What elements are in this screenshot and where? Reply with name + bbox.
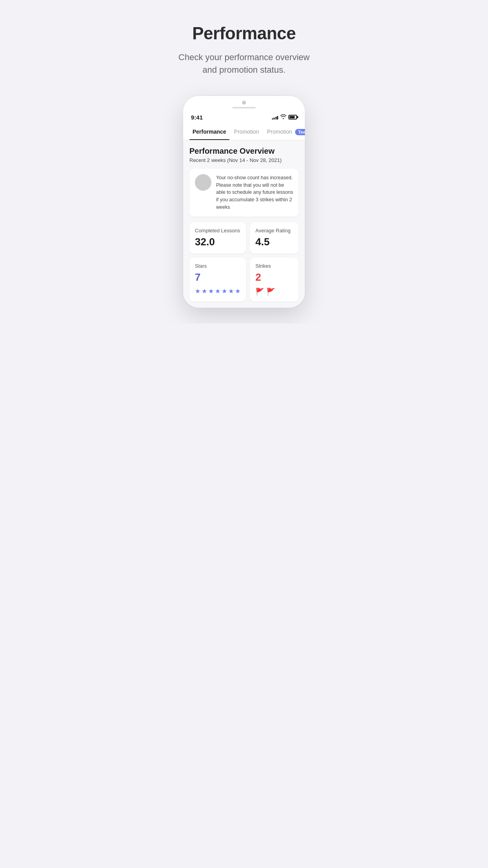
stars-card: Stars 7 ★ ★ ★ ★ ★ ★ ★	[189, 257, 246, 302]
signal-bar-3	[275, 117, 277, 120]
phone-mockup: 9:41	[183, 96, 305, 308]
flag-1: 🚩	[255, 287, 264, 296]
status-time: 9:41	[191, 114, 203, 121]
battery-icon	[288, 115, 297, 120]
status-bar: 9:41	[183, 112, 305, 124]
stats-grid: Completed Lessons 32.0 Average Rating 4.…	[189, 222, 299, 302]
page-title: Performance	[192, 24, 296, 43]
phone-top	[183, 96, 305, 112]
section-date: Recent 2 weeks (Nov 14 - Nov 28, 2021)	[189, 157, 299, 163]
phone-camera	[242, 101, 246, 105]
signal-bar-2	[273, 118, 275, 120]
flags-row: 🚩 🚩	[255, 287, 293, 296]
average-rating-label: Average Rating	[255, 228, 293, 234]
star-4: ★	[215, 287, 220, 295]
star-1: ★	[195, 287, 200, 295]
teens-badge: Teens	[295, 129, 305, 135]
notification-text: Your no-show count has increased. Please…	[216, 174, 293, 211]
stars-row: ★ ★ ★ ★ ★ ★ ★	[195, 287, 240, 295]
battery-fill	[290, 116, 295, 118]
stars-value: 7	[195, 271, 240, 283]
page-subtitle: Check your performance overviewand promo…	[178, 51, 310, 76]
completed-lessons-value: 32.0	[195, 236, 240, 248]
star-3: ★	[208, 287, 214, 295]
status-icons	[272, 114, 297, 120]
tabs-container: Performance Promotion Promotion Teens	[183, 124, 305, 140]
page-wrapper: Performance Check your performance overv…	[163, 0, 325, 324]
star-2: ★	[202, 287, 207, 295]
strikes-card: Strikes 2 🚩 🚩	[250, 257, 299, 302]
notification-avatar	[195, 174, 211, 191]
tab-promotion2[interactable]: Promotion Teens	[264, 124, 305, 140]
strikes-value: 2	[255, 271, 293, 283]
signal-bars-icon	[272, 115, 279, 120]
completed-lessons-label: Completed Lessons	[195, 228, 240, 234]
phone-content: Performance Overview Recent 2 weeks (Nov…	[183, 140, 305, 308]
average-rating-card: Average Rating 4.5	[250, 222, 299, 254]
wifi-icon	[280, 114, 286, 120]
average-rating-value: 4.5	[255, 236, 293, 248]
notification-banner: Your no-show count has increased. Please…	[189, 169, 299, 217]
signal-bar-4	[277, 116, 278, 120]
signal-bar-1	[272, 118, 273, 120]
phone-speaker	[232, 107, 256, 108]
star-7: ★	[235, 287, 240, 295]
star-5: ★	[222, 287, 227, 295]
star-6: ★	[228, 287, 234, 295]
flag-2: 🚩	[266, 287, 275, 296]
tab-promotion1[interactable]: Promotion	[231, 124, 262, 140]
strikes-label: Strikes	[255, 263, 293, 269]
tab-performance[interactable]: Performance	[189, 124, 229, 140]
section-title: Performance Overview	[189, 147, 299, 156]
stars-label: Stars	[195, 263, 240, 269]
completed-lessons-card: Completed Lessons 32.0	[189, 222, 246, 254]
